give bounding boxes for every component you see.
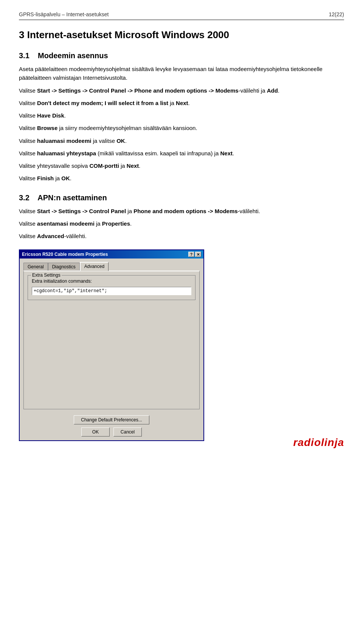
extra-init-input[interactable] — [32, 287, 191, 295]
subsection-32-heading: 3.2 APN:n asettaminen — [19, 194, 344, 202]
win-dialog: Ericsson R520 Cable modem Properties ? ✕… — [19, 249, 204, 441]
page-header: GPRS-lisäpalvelu – Internet-asetukset 12… — [19, 11, 344, 20]
para-31-5: Valitse haluamasi modeemi ja valitse OK. — [19, 136, 344, 145]
input-label: Extra initialization commands: — [32, 279, 191, 284]
dialog-body: General Diagnostics Advanced Extra Setti… — [20, 259, 203, 413]
para-32-1: Valitse asentamasi modeemi ja Properties… — [19, 219, 344, 228]
para-31-7: Valitse yhteystavalle sopiva COM-portti … — [19, 161, 344, 170]
help-button[interactable]: ? — [188, 252, 194, 257]
page-footer: radiolinja — [293, 437, 344, 449]
para-31-6: Valitse haluamasi yhteystapa (mikäli val… — [19, 149, 344, 158]
empty-settings-area — [28, 304, 195, 402]
section3-title: 3 Internet-asetukset Microsoft Windows 2… — [19, 29, 344, 41]
para-31-1: Valitse Start -> Settings -> Control Pan… — [19, 86, 344, 95]
tab-content-advanced: Extra Settings Extra initialization comm… — [23, 271, 200, 409]
tab-diagnostics[interactable]: Diagnostics — [48, 263, 80, 271]
page: GPRS-lisäpalvelu – Internet-asetukset 12… — [0, 0, 363, 460]
close-button[interactable]: ✕ — [195, 252, 201, 257]
header-title: GPRS-lisäpalvelu – Internet-asetukset — [19, 11, 109, 17]
ok-button[interactable]: OK — [81, 427, 110, 437]
win-titlebar: Ericsson R520 Cable modem Properties ? ✕ — [20, 250, 203, 259]
footer-action-buttons: OK Cancel — [81, 427, 142, 437]
para-31-3: Valitse Have Disk. — [19, 111, 344, 120]
groupbox-extra-settings: Extra Settings Extra initialization comm… — [28, 275, 195, 300]
dialog-footer: Change Default Preferences... OK Cancel — [20, 413, 203, 440]
para-31-4: Valitse Browse ja siirry modeemiyhteysoh… — [19, 124, 344, 132]
cancel-button[interactable]: Cancel — [113, 427, 142, 437]
tab-bar: General Diagnostics Advanced — [23, 262, 200, 271]
titlebar-buttons: ? ✕ — [188, 252, 201, 257]
para-32-2: Valitse Advanced-välilehti. — [19, 232, 344, 240]
para-31-2: Valitse Don't detect my modem; I will se… — [19, 99, 344, 107]
subsection-31-heading: 3.1 Modeemin asennus — [19, 51, 344, 60]
groupbox-label: Extra Settings — [31, 272, 62, 278]
para-31-0: Aseta päätelaitteen modeemiyhteysohjelma… — [19, 65, 344, 82]
dialog-title: Ericsson R520 Cable modem Properties — [22, 252, 108, 257]
tab-general[interactable]: General — [23, 263, 48, 271]
header-page-num: 12(22) — [329, 11, 344, 17]
logo: radiolinja — [293, 437, 344, 449]
para-32-0: Valitse Start -> Settings -> Control Pan… — [19, 207, 344, 215]
para-31-8: Valitse Finish ja OK. — [19, 174, 344, 183]
tab-advanced[interactable]: Advanced — [80, 262, 109, 271]
dialog-container: Ericsson R520 Cable modem Properties ? ✕… — [19, 249, 344, 441]
change-default-preferences-button[interactable]: Change Default Preferences... — [74, 415, 149, 424]
